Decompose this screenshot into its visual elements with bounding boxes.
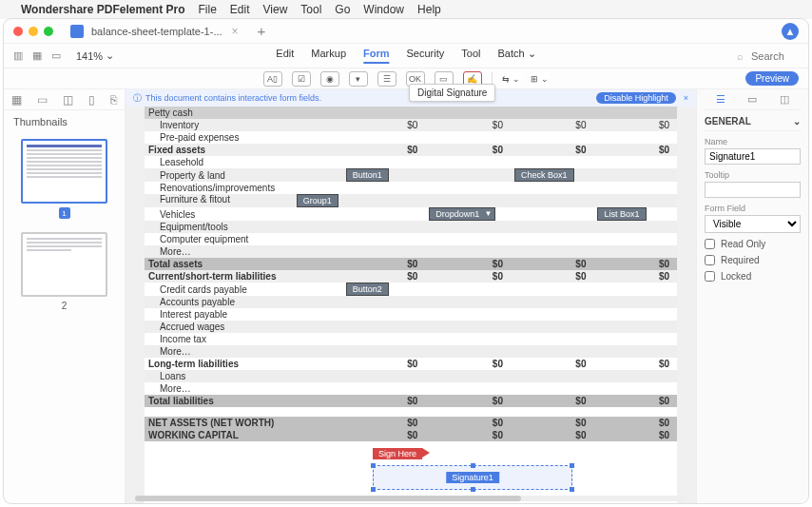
- disable-highlight-button[interactable]: Disable Highlight: [596, 92, 676, 104]
- signature-field-label: Signature1: [446, 472, 499, 483]
- tab-tool[interactable]: Tool: [461, 48, 480, 64]
- chevron-down-icon: ⌄: [793, 116, 801, 127]
- cell: [342, 333, 425, 345]
- cell: [425, 283, 511, 296]
- row-label: Total liabilities: [145, 395, 342, 407]
- horizontal-scrollbar[interactable]: [135, 496, 686, 501]
- dropdown-tool[interactable]: ▾: [349, 71, 368, 87]
- tab-edit[interactable]: Edit: [276, 48, 294, 64]
- tab-batch[interactable]: Batch ⌄: [497, 48, 535, 64]
- row-label: Fixed assets: [145, 144, 342, 156]
- signature-field[interactable]: Signature1: [373, 465, 572, 490]
- menu-tool[interactable]: Tool: [300, 3, 321, 16]
- form-widget[interactable]: Button1: [346, 168, 389, 182]
- more-tools[interactable]: ⊞ ⌄: [531, 71, 550, 87]
- app-name[interactable]: Wondershare PDFelement Pro: [21, 3, 185, 16]
- zoom-control[interactable]: 141% ⌄: [76, 49, 114, 62]
- locked-check[interactable]: Locked: [705, 271, 801, 282]
- cell: Button2: [342, 283, 425, 296]
- props-tab-actions-icon[interactable]: ◫: [780, 93, 789, 106]
- preview-button[interactable]: Preview: [745, 71, 799, 86]
- sidebar-toggle-icon[interactable]: ▥: [13, 49, 23, 62]
- cell: $0: [593, 358, 677, 370]
- props-section-general[interactable]: GENERAL⌄: [705, 110, 801, 131]
- resize-handle[interactable]: [570, 463, 574, 468]
- cell: [425, 131, 511, 144]
- cell: [593, 221, 677, 233]
- outline-panel-icon[interactable]: ▯: [88, 93, 95, 107]
- cell: $0: [342, 119, 425, 131]
- required-check[interactable]: Required: [705, 255, 801, 265]
- row-label: Pre-paid expenses: [145, 131, 342, 144]
- menu-window[interactable]: Window: [363, 3, 404, 16]
- form-widget[interactable]: Dropdown1: [429, 207, 495, 221]
- form-widget[interactable]: Check Box1: [514, 168, 574, 182]
- menu-edit[interactable]: Edit: [230, 3, 250, 16]
- zoom-window-button[interactable]: [44, 27, 53, 36]
- menu-view[interactable]: View: [263, 3, 288, 16]
- page-thumbnail-1[interactable]: [21, 139, 107, 204]
- cell: [593, 182, 677, 194]
- close-window-button[interactable]: [13, 27, 23, 36]
- cell: List Box1: [593, 207, 677, 221]
- resize-handle[interactable]: [471, 487, 475, 492]
- page-thumbnail-2[interactable]: [21, 232, 107, 297]
- close-tab-button[interactable]: ×: [232, 25, 239, 38]
- close-notice-button[interactable]: ×: [684, 93, 688, 103]
- resize-handle[interactable]: [371, 487, 376, 492]
- readonly-check[interactable]: Read Only: [705, 239, 801, 249]
- cell: [342, 382, 425, 395]
- cell: $0: [511, 258, 593, 270]
- new-tab-button[interactable]: +: [258, 23, 266, 39]
- cell: [425, 233, 511, 245]
- cell: [511, 221, 593, 233]
- name-input[interactable]: [705, 148, 801, 165]
- cell: $0: [425, 270, 511, 283]
- form-widget[interactable]: Group1: [297, 194, 338, 207]
- cell: [593, 382, 677, 395]
- form-widget[interactable]: Button2: [346, 283, 389, 296]
- tooltip-input[interactable]: [705, 182, 801, 198]
- row-label: Accounts payable: [145, 296, 342, 308]
- thumbnails-panel-icon[interactable]: ▦: [11, 93, 22, 107]
- resize-handle[interactable]: [371, 463, 376, 468]
- tab-security[interactable]: Security: [407, 48, 445, 64]
- menu-file[interactable]: File: [199, 3, 217, 16]
- document-tab[interactable]: balance-sheet-template-1-...: [91, 26, 222, 37]
- signature-area: Sign Here Signature1: [373, 447, 572, 490]
- row-label: Petty cash: [145, 107, 342, 119]
- bookmarks-panel-icon[interactable]: ◫: [63, 93, 73, 107]
- textfield-tool[interactable]: A▯: [263, 71, 282, 87]
- cell: [425, 345, 511, 358]
- form-widget[interactable]: List Box1: [597, 207, 646, 221]
- align-tool[interactable]: ⇆ ⌄: [502, 71, 521, 87]
- cell: $0: [593, 429, 677, 441]
- menu-go[interactable]: Go: [335, 3, 350, 16]
- resize-handle[interactable]: [471, 463, 475, 468]
- cell: $0: [342, 429, 425, 441]
- thumbnails-icon[interactable]: ▦: [32, 49, 42, 62]
- search-input[interactable]: [751, 50, 799, 62]
- cell: [342, 156, 425, 168]
- cell: $0: [593, 395, 677, 407]
- props-tab-appearance-icon[interactable]: ▭: [747, 93, 757, 106]
- visibility-select[interactable]: Visible: [705, 215, 801, 233]
- cell: [342, 321, 425, 333]
- resize-handle[interactable]: [570, 487, 574, 492]
- document-viewport[interactable]: ⓘ This document contains interactive for…: [126, 89, 696, 503]
- minimize-window-button[interactable]: [29, 27, 38, 36]
- cell: [511, 194, 593, 207]
- checkbox-tool[interactable]: ☑: [292, 71, 311, 87]
- user-avatar[interactable]: ▲: [782, 23, 799, 40]
- menu-help[interactable]: Help: [417, 3, 441, 16]
- attachments-panel-icon[interactable]: ⎘: [110, 93, 117, 107]
- props-tab-general-icon[interactable]: ☰: [716, 93, 725, 106]
- tab-markup[interactable]: Markup: [311, 48, 346, 64]
- tab-form[interactable]: Form: [363, 48, 390, 64]
- form-tools-bar: A▯ ☑ ◉ ▾ ☰ OK ▭ ✍ ⇆ ⌄ ⊞ ⌄ Preview: [4, 68, 808, 89]
- page-view-icon[interactable]: ▭: [51, 49, 61, 62]
- listbox-tool[interactable]: ☰: [377, 71, 396, 87]
- cell: [593, 107, 677, 119]
- comments-panel-icon[interactable]: ▭: [37, 93, 48, 107]
- radio-tool[interactable]: ◉: [320, 71, 339, 87]
